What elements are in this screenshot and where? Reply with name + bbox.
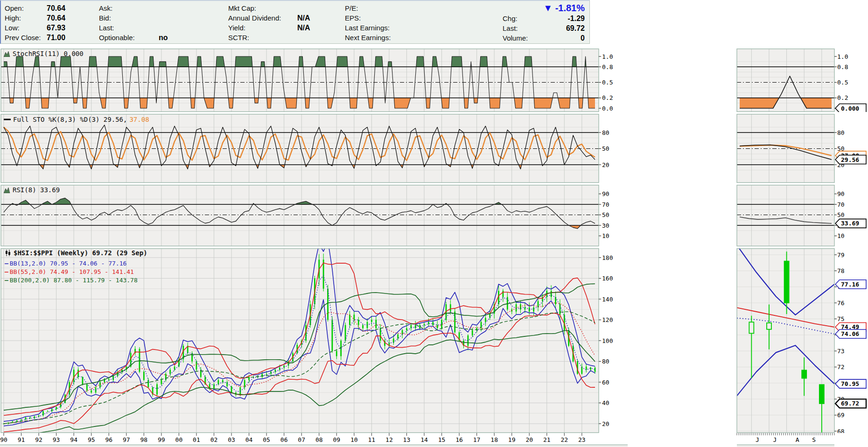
svg-text:17: 17 (473, 436, 481, 443)
last-earnings-label: Last Earnings: (345, 23, 390, 33)
svg-text:02: 02 (210, 436, 218, 443)
svg-text:140: 140 (602, 296, 613, 303)
eps-label: EPS: (345, 13, 361, 23)
svg-text:74.06: 74.06 (841, 330, 859, 337)
svg-text:99: 99 (158, 436, 165, 443)
svg-text:0.8: 0.8 (837, 63, 848, 70)
sto-d-value: 37.08 (129, 116, 149, 123)
svg-text:0.2: 0.2 (837, 94, 848, 101)
dividend-value: N/A (297, 14, 310, 22)
legend-swatch-blue: — (5, 260, 8, 267)
svg-text:80: 80 (602, 358, 609, 365)
full-sto-panel[interactable]: 80502080502037.0829.56 (0, 114, 868, 183)
svg-text:J: J (773, 436, 777, 443)
price-title: $HSI:$$PPI (Weekly) 69.72 (29 Sep) (5, 249, 147, 257)
volume-value: 0 (581, 33, 585, 43)
bid-label: Bid: (99, 13, 159, 23)
svg-text:70: 70 (837, 201, 845, 208)
open-value: 70.64 (47, 4, 65, 12)
stochrsi-panel[interactable]: 1.00.80.50.20.01.00.80.50.20.00.000 (0, 49, 868, 112)
svg-text:0.5: 0.5 (837, 79, 848, 86)
svg-text:13: 13 (403, 436, 411, 443)
svg-text:J: J (756, 436, 759, 443)
svg-text:96: 96 (105, 436, 112, 443)
svg-text:23: 23 (578, 436, 586, 443)
rsi-title: RSI(8) 33.69 (4, 186, 60, 194)
svg-text:70: 70 (602, 201, 609, 208)
svg-text:12: 12 (385, 436, 393, 443)
low-value: 67.93 (47, 24, 65, 32)
svg-text:03: 03 (228, 436, 235, 443)
svg-text:15: 15 (438, 436, 446, 443)
svg-text:08: 08 (315, 436, 323, 443)
svg-text:01: 01 (193, 436, 200, 443)
dividend-label: Annual Dividend: (228, 13, 297, 23)
svg-text:95: 95 (88, 436, 95, 443)
svg-text:10: 10 (350, 436, 358, 443)
down-arrow-icon: ▼ (543, 3, 553, 13)
svg-text:120: 120 (602, 316, 613, 323)
optionable-value: no (159, 34, 168, 42)
svg-text:90: 90 (0, 436, 7, 443)
price-panel[interactable]: 1801601401201008060402079787776757473727… (0, 248, 868, 433)
svg-text:97: 97 (123, 436, 130, 443)
legend-bb13: —BB(13,2.0) 70.95 - 74.06 - 77.16 (5, 260, 126, 267)
svg-text:80: 80 (837, 129, 845, 136)
legend-swatch-red: — (5, 268, 8, 275)
last-price-label: Last: (503, 23, 518, 33)
low-label: Low: (5, 23, 47, 33)
svg-text:0.000: 0.000 (841, 105, 859, 112)
last-label: Last: (99, 23, 159, 33)
quote-col-ohlc: Open:70.64 High:70.64 Low:67.93 Prev Clo… (5, 3, 65, 42)
svg-text:0.0: 0.0 (602, 105, 613, 112)
next-earnings-label: Next Earnings: (345, 33, 391, 42)
svg-text:60: 60 (602, 379, 609, 386)
legend-bb200: —BB(200,2.0) 87.80 - 115.79 - 143.78 (5, 277, 138, 284)
svg-text:75: 75 (837, 315, 845, 322)
svg-text:18: 18 (490, 436, 498, 443)
svg-text:98: 98 (140, 436, 147, 443)
quote-header: Open:70.64 High:70.64 Low:67.93 Prev Clo… (0, 0, 590, 44)
quote-col-fundamentals: Mkt Cap: Annual Dividend:N/A Yield:N/A S… (228, 3, 310, 42)
prev-close-value: 71.00 (47, 34, 65, 42)
x-axis-strip: 9091929394959697989900010203040506070809… (0, 433, 868, 447)
svg-text:14: 14 (420, 436, 428, 443)
rsi-panel[interactable]: 9070503010907050301033.69 (0, 185, 868, 246)
svg-text:0.5: 0.5 (602, 79, 613, 86)
chg-label: Chg: (503, 14, 518, 23)
pe-label: P/E: (345, 3, 358, 13)
open-label: Open: (5, 3, 47, 13)
volume-label: Volume: (503, 33, 528, 43)
svg-text:29.56: 29.56 (841, 156, 859, 163)
svg-text:21: 21 (543, 436, 551, 443)
svg-text:160: 160 (602, 275, 613, 282)
svg-text:91: 91 (18, 436, 25, 443)
svg-text:92: 92 (35, 436, 42, 443)
svg-text:33.69: 33.69 (841, 220, 859, 227)
svg-text:0.2: 0.2 (602, 94, 613, 101)
svg-text:1.0: 1.0 (837, 53, 848, 60)
svg-text:22: 22 (560, 436, 568, 443)
svg-text:A: A (796, 436, 799, 443)
svg-text:68: 68 (837, 428, 845, 433)
yield-value: N/A (297, 24, 310, 32)
svg-text:77.16: 77.16 (841, 281, 859, 288)
svg-text:50: 50 (602, 145, 609, 152)
stockcharts-app: Open:70.64 High:70.64 Low:67.93 Prev Clo… (0, 0, 868, 447)
area-chart-icon (4, 187, 10, 193)
svg-text:69: 69 (837, 412, 845, 419)
sctr-label: SCTR: (228, 33, 297, 42)
svg-text:100: 100 (602, 337, 613, 344)
svg-text:80: 80 (602, 129, 609, 136)
high-label: High: (5, 13, 47, 23)
svg-text:78: 78 (837, 267, 845, 274)
svg-text:S: S (812, 436, 816, 443)
high-value: 70.64 (47, 14, 65, 22)
svg-text:94: 94 (70, 436, 77, 443)
mktcap-label: Mkt Cap: (228, 3, 297, 13)
svg-text:09: 09 (333, 436, 340, 443)
svg-text:50: 50 (602, 211, 609, 218)
svg-text:30: 30 (602, 222, 609, 229)
svg-text:1.0: 1.0 (602, 53, 613, 60)
svg-text:90: 90 (602, 190, 609, 197)
